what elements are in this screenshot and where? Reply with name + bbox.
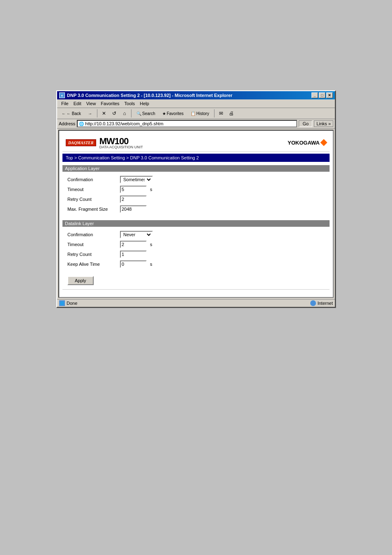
search-label: Search bbox=[142, 111, 155, 116]
menu-file[interactable]: File bbox=[59, 100, 71, 107]
maximize-button[interactable]: □ bbox=[319, 92, 325, 98]
address-label: Address bbox=[59, 121, 75, 126]
search-button[interactable]: 🔍 Search bbox=[134, 110, 158, 117]
title-bar-text-group: e DNP 3.0 Communication Setting 2 - [10.… bbox=[59, 92, 233, 98]
back-icon: ← bbox=[62, 111, 66, 116]
breadcrumb: Top > Communication Setting > DNP 3.0 Co… bbox=[62, 154, 330, 162]
menu-bar: File Edit View Favorites Tools Help bbox=[57, 99, 335, 108]
stop-button[interactable]: ✕ bbox=[99, 109, 108, 118]
favorites-button[interactable]: ★ Favorites bbox=[159, 110, 187, 117]
address-input[interactable] bbox=[85, 121, 295, 126]
window-title: DNP 3.0 Communication Setting 2 - [10.0.… bbox=[67, 93, 233, 98]
app-retry-row: Retry Count bbox=[67, 196, 325, 203]
history-icon: 📋 bbox=[191, 111, 196, 116]
status-zone-text: Internet bbox=[318, 301, 333, 306]
subtitle-label: DATA ACQUISITION UNIT bbox=[99, 145, 143, 149]
app-retry-label: Retry Count bbox=[67, 197, 117, 202]
favorites-label: Favorites bbox=[167, 111, 184, 116]
status-page-icon: 🌐 bbox=[59, 300, 65, 306]
app-retry-input[interactable] bbox=[120, 196, 147, 203]
address-bar: Address 🌐 Go Links » bbox=[57, 119, 335, 129]
app-confirmation-label: Confirmation bbox=[67, 177, 117, 182]
internet-icon bbox=[310, 300, 316, 306]
dl-timeout-unit: s bbox=[150, 242, 152, 247]
daqmaster-logo: DAQMASTER bbox=[66, 139, 96, 146]
toolbar-separator-1 bbox=[97, 109, 97, 117]
logo-area: DAQMASTER MW100 DATA ACQUISITION UNIT bbox=[66, 136, 143, 149]
history-label: History bbox=[196, 111, 209, 116]
content-area: DAQMASTER MW100 DATA ACQUISITION UNIT YO… bbox=[58, 130, 334, 298]
toolbar-separator-3 bbox=[214, 109, 214, 117]
status-bar: 🌐 Done Internet bbox=[57, 299, 335, 307]
dl-timeout-label: Timeout bbox=[67, 242, 117, 247]
status-left: 🌐 Done bbox=[59, 300, 77, 306]
apply-button[interactable]: Apply bbox=[67, 276, 94, 285]
dl-confirmation-label: Confirmation bbox=[67, 232, 117, 237]
datalink-layer-header: Datalink Layer bbox=[62, 220, 330, 227]
app-timeout-row: Timeout s bbox=[67, 186, 325, 193]
app-timeout-unit: s bbox=[150, 187, 152, 192]
page-header: DAQMASTER MW100 DATA ACQUISITION UNIT YO… bbox=[62, 134, 330, 152]
search-icon: 🔍 bbox=[136, 111, 141, 116]
app-confirmation-row: Confirmation Sometimes Never Always bbox=[67, 176, 325, 183]
dl-retry-input[interactable] bbox=[120, 251, 147, 258]
menu-tools[interactable]: Tools bbox=[122, 100, 138, 107]
dl-keepalive-row: Keep Alive Time s bbox=[67, 260, 325, 268]
title-bar: e DNP 3.0 Communication Setting 2 - [10.… bbox=[57, 91, 335, 99]
browser-window: e DNP 3.0 Communication Setting 2 - [10.… bbox=[56, 90, 336, 308]
home-button[interactable]: ⌂ bbox=[120, 109, 129, 118]
forward-button[interactable]: → bbox=[85, 110, 95, 117]
go-button[interactable]: Go bbox=[299, 120, 312, 127]
menu-help[interactable]: Help bbox=[137, 100, 152, 107]
browser-icon: e bbox=[59, 92, 65, 98]
close-button[interactable]: ✕ bbox=[326, 92, 333, 98]
application-layer-header: Application Layer bbox=[62, 165, 330, 172]
application-layer-form: Confirmation Sometimes Never Always Time… bbox=[62, 174, 330, 217]
dl-timeout-input[interactable] bbox=[120, 241, 147, 248]
address-input-wrap: 🌐 bbox=[77, 120, 297, 127]
favorites-icon: ★ bbox=[162, 111, 166, 116]
menu-view[interactable]: View bbox=[84, 100, 99, 107]
app-timeout-input[interactable] bbox=[120, 186, 147, 193]
app-fragment-label: Max. Fragment Size bbox=[67, 207, 117, 212]
toolbar: ← ← Back → ✕ ↺ ⌂ 🔍 Search ★ Favorites 📋 … bbox=[57, 108, 335, 119]
mw100-area: MW100 DATA ACQUISITION UNIT bbox=[99, 136, 143, 149]
app-fragment-row: Max. Fragment Size bbox=[67, 205, 325, 213]
datalink-layer-title: Datalink Layer bbox=[65, 221, 94, 226]
yokogawa-diamond-icon bbox=[321, 139, 327, 146]
application-layer-title: Application Layer bbox=[65, 166, 99, 171]
refresh-button[interactable]: ↺ bbox=[110, 109, 119, 118]
menu-favorites[interactable]: Favorites bbox=[98, 100, 122, 107]
menu-edit[interactable]: Edit bbox=[71, 100, 84, 107]
app-timeout-label: Timeout bbox=[67, 187, 117, 192]
back-label: ← Back bbox=[67, 111, 81, 116]
dl-timeout-row: Timeout s bbox=[67, 241, 325, 248]
page-divider bbox=[62, 289, 330, 290]
title-bar-controls: _ □ ✕ bbox=[311, 92, 333, 98]
toolbar-separator-2 bbox=[131, 109, 131, 117]
yokogawa-text: YOKOGAWA bbox=[288, 140, 320, 146]
dl-retry-label: Retry Count bbox=[67, 252, 117, 257]
dl-retry-row: Retry Count bbox=[67, 251, 325, 258]
links-button[interactable]: Links » bbox=[314, 120, 333, 127]
dl-keepalive-label: Keep Alive Time bbox=[67, 262, 117, 267]
app-fragment-input[interactable] bbox=[120, 205, 147, 213]
forward-icon: → bbox=[88, 111, 92, 116]
yokogawa-logo: YOKOGAWA bbox=[288, 140, 326, 146]
dl-confirmation-select[interactable]: Never Sometimes Always bbox=[120, 231, 153, 238]
minimize-button[interactable]: _ bbox=[311, 92, 318, 98]
datalink-layer-form: Confirmation Never Sometimes Always Time… bbox=[62, 229, 330, 272]
mail-button[interactable]: ✉ bbox=[217, 109, 226, 118]
app-confirmation-select[interactable]: Sometimes Never Always bbox=[120, 176, 153, 183]
dl-keepalive-unit: s bbox=[150, 262, 152, 267]
dl-keepalive-input[interactable] bbox=[120, 260, 147, 268]
dl-confirmation-row: Confirmation Never Sometimes Always bbox=[67, 231, 325, 238]
history-button[interactable]: 📋 History bbox=[188, 110, 212, 117]
status-done-text: Done bbox=[67, 301, 77, 306]
back-button[interactable]: ← ← Back bbox=[59, 110, 84, 117]
breadcrumb-text: Top > Communication Setting > DNP 3.0 Co… bbox=[66, 155, 199, 160]
page-icon: 🌐 bbox=[79, 122, 84, 126]
print-button[interactable]: 🖨 bbox=[227, 109, 236, 118]
status-right: Internet bbox=[310, 300, 333, 306]
